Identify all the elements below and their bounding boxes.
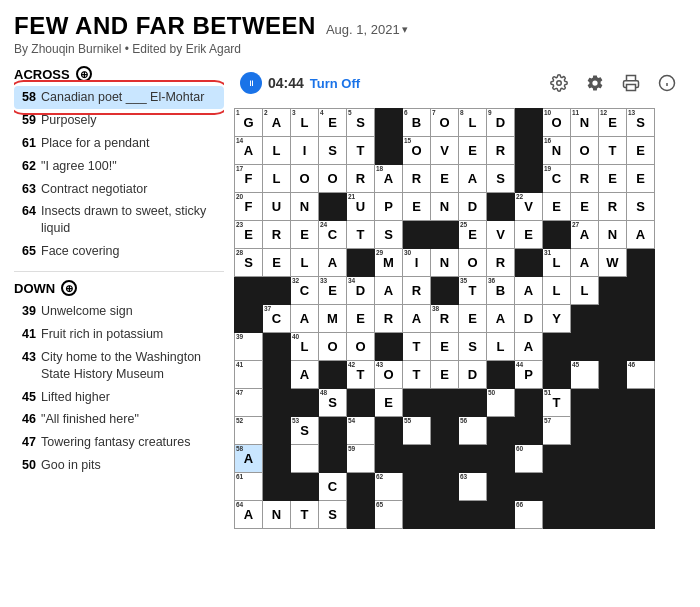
- down-expand-icon[interactable]: ⊕: [61, 280, 77, 296]
- cell-9-1[interactable]: [263, 361, 291, 389]
- cell-11-4[interactable]: 54: [347, 417, 375, 445]
- cell-9-14[interactable]: 46: [627, 361, 655, 389]
- cell-3-8[interactable]: D: [459, 193, 487, 221]
- cell-3-11[interactable]: E: [543, 193, 571, 221]
- cell-6-7[interactable]: [431, 277, 459, 305]
- cell-3-13[interactable]: R: [599, 193, 627, 221]
- cell-11-3[interactable]: [319, 417, 347, 445]
- cell-11-7[interactable]: [431, 417, 459, 445]
- across-expand-icon[interactable]: ⊕: [76, 66, 92, 82]
- cell-2-4[interactable]: R: [347, 165, 375, 193]
- cell-14-3[interactable]: S: [319, 501, 347, 529]
- cell-4-5[interactable]: S: [375, 221, 403, 249]
- cell-6-6[interactable]: R: [403, 277, 431, 305]
- cell-6-5[interactable]: A: [375, 277, 403, 305]
- cell-12-7[interactable]: [431, 445, 459, 473]
- cell-7-7[interactable]: 38R: [431, 305, 459, 333]
- cell-10-4[interactable]: [347, 389, 375, 417]
- cell-4-3[interactable]: 24C: [319, 221, 347, 249]
- cell-6-2[interactable]: 32C: [291, 277, 319, 305]
- cell-7-8[interactable]: E: [459, 305, 487, 333]
- cell-6-4[interactable]: 34D: [347, 277, 375, 305]
- cell-11-9[interactable]: [487, 417, 515, 445]
- cell-0-14[interactable]: 13S: [627, 109, 655, 137]
- cell-3-7[interactable]: N: [431, 193, 459, 221]
- cell-13-11[interactable]: [543, 473, 571, 501]
- cell-10-12[interactable]: [571, 389, 599, 417]
- cell-7-3[interactable]: M: [319, 305, 347, 333]
- cell-8-13[interactable]: [599, 333, 627, 361]
- cell-0-5[interactable]: [375, 109, 403, 137]
- cell-1-1[interactable]: L: [263, 137, 291, 165]
- turn-off-button[interactable]: Turn Off: [310, 76, 360, 91]
- cell-13-4[interactable]: [347, 473, 375, 501]
- cell-14-6[interactable]: [403, 501, 431, 529]
- cell-0-12[interactable]: 11N: [571, 109, 599, 137]
- cell-1-2[interactable]: I: [291, 137, 319, 165]
- cell-5-14[interactable]: [627, 249, 655, 277]
- cell-14-10[interactable]: 66: [515, 501, 543, 529]
- cell-9-7[interactable]: E: [431, 361, 459, 389]
- cell-3-1[interactable]: U: [263, 193, 291, 221]
- cell-13-12[interactable]: [571, 473, 599, 501]
- clue-across-58[interactable]: 58 Canadian poet ___ El-Mohtar: [14, 86, 224, 109]
- cell-14-9[interactable]: [487, 501, 515, 529]
- cell-14-12[interactable]: [571, 501, 599, 529]
- cell-11-6[interactable]: 55: [403, 417, 431, 445]
- cell-7-0[interactable]: [235, 305, 263, 333]
- cell-11-10[interactable]: [515, 417, 543, 445]
- clue-across-65[interactable]: 65 Face covering: [14, 240, 224, 263]
- cell-1-7[interactable]: V: [431, 137, 459, 165]
- cell-4-12[interactable]: 27A: [571, 221, 599, 249]
- cell-2-0[interactable]: 17F: [235, 165, 263, 193]
- cell-13-1[interactable]: [263, 473, 291, 501]
- cell-14-13[interactable]: [599, 501, 627, 529]
- cell-5-3[interactable]: A: [319, 249, 347, 277]
- cell-5-2[interactable]: L: [291, 249, 319, 277]
- cell-6-11[interactable]: L: [543, 277, 571, 305]
- clue-down-43[interactable]: 43 City home to the Washington State His…: [14, 346, 224, 386]
- cell-4-2[interactable]: E: [291, 221, 319, 249]
- theme-settings-icon[interactable]: [546, 70, 572, 96]
- cell-10-6[interactable]: [403, 389, 431, 417]
- cell-12-4[interactable]: 59: [347, 445, 375, 473]
- cell-14-14[interactable]: [627, 501, 655, 529]
- cell-1-8[interactable]: E: [459, 137, 487, 165]
- cell-2-7[interactable]: E: [431, 165, 459, 193]
- cell-14-4[interactable]: [347, 501, 375, 529]
- cell-10-8[interactable]: [459, 389, 487, 417]
- cell-1-13[interactable]: T: [599, 137, 627, 165]
- cell-3-4[interactable]: 21U: [347, 193, 375, 221]
- cell-9-5[interactable]: 43O: [375, 361, 403, 389]
- cell-2-1[interactable]: L: [263, 165, 291, 193]
- cell-6-12[interactable]: L: [571, 277, 599, 305]
- cell-10-3[interactable]: 48S: [319, 389, 347, 417]
- cell-8-9[interactable]: L: [487, 333, 515, 361]
- cell-5-5[interactable]: 29M: [375, 249, 403, 277]
- cell-12-0[interactable]: 58A: [235, 445, 263, 473]
- cell-7-5[interactable]: R: [375, 305, 403, 333]
- cell-0-11[interactable]: 10O: [543, 109, 571, 137]
- cell-5-13[interactable]: W: [599, 249, 627, 277]
- cell-14-2[interactable]: T: [291, 501, 319, 529]
- cell-7-12[interactable]: [571, 305, 599, 333]
- cell-13-10[interactable]: [515, 473, 543, 501]
- cell-7-10[interactable]: D: [515, 305, 543, 333]
- cell-13-13[interactable]: [599, 473, 627, 501]
- cell-9-0[interactable]: 41: [235, 361, 263, 389]
- info-icon[interactable]: [654, 70, 680, 96]
- cell-1-10[interactable]: [515, 137, 543, 165]
- cell-5-9[interactable]: R: [487, 249, 515, 277]
- gear-icon[interactable]: [582, 70, 608, 96]
- cell-4-14[interactable]: A: [627, 221, 655, 249]
- cell-9-10[interactable]: 44P: [515, 361, 543, 389]
- cell-8-12[interactable]: [571, 333, 599, 361]
- cell-2-14[interactable]: E: [627, 165, 655, 193]
- cell-2-2[interactable]: O: [291, 165, 319, 193]
- cell-8-14[interactable]: [627, 333, 655, 361]
- cell-12-11[interactable]: [543, 445, 571, 473]
- cell-0-9[interactable]: 9D: [487, 109, 515, 137]
- cell-11-8[interactable]: 56: [459, 417, 487, 445]
- cell-9-9[interactable]: [487, 361, 515, 389]
- clue-down-39[interactable]: 39 Unwelcome sign: [14, 300, 224, 323]
